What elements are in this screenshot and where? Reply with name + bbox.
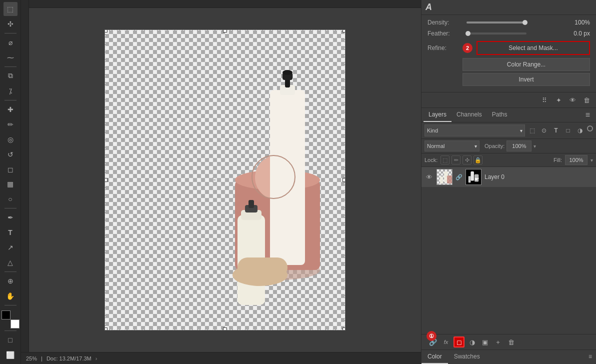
screen-mode[interactable]: □ (4, 333, 18, 347)
lock-pixels-icon[interactable]: ⬚ (440, 156, 450, 164)
select-mask-button[interactable]: Select and Mask... (476, 41, 590, 55)
eye-icon[interactable]: 👁 (567, 94, 578, 106)
cosmetics-svg (105, 30, 345, 330)
lock-icons: ⬚ ✏ ✣ 🔒 (440, 156, 482, 164)
lock-row: Lock: ⬚ ✏ ✣ 🔒 Fill: 100% ▾ (422, 154, 596, 167)
color-swatches-tabs: Color Swatches ≡ (422, 350, 596, 364)
pen-tool[interactable]: ✒ (4, 210, 18, 224)
layers-menu-button[interactable]: ≡ (582, 108, 594, 122)
type-tool[interactable]: T (4, 226, 18, 240)
group-bottom-icon[interactable]: ▣ (480, 336, 490, 348)
density-slider[interactable] (466, 22, 526, 24)
magic-wand-tool[interactable]: ⁓ (4, 50, 18, 64)
tab-color[interactable]: Color (422, 350, 448, 364)
layer-type-icon[interactable]: ⬚ (527, 126, 537, 136)
separator (4, 330, 16, 331)
path-selection-tool[interactable]: ↗ (4, 240, 18, 254)
screen-mode2[interactable]: ⬜ (4, 348, 18, 362)
healing-tool[interactable]: ✚ (4, 102, 18, 116)
right-panel: A Density: 100% Feather: 0.0 px Refine: … (421, 0, 596, 364)
opacity-arrow[interactable]: ▾ (534, 144, 536, 149)
separator (4, 208, 16, 208)
svg-rect-21 (468, 176, 471, 182)
kind-circle (587, 126, 593, 132)
shape-tool[interactable]: △ (4, 256, 18, 270)
tab-layers[interactable]: Layers (424, 108, 452, 122)
text-type-icon[interactable]: T (551, 126, 561, 136)
lock-label: Lock: (424, 157, 438, 163)
brush-tool[interactable]: ✏ (4, 118, 18, 132)
fill-value[interactable]: 100% (565, 155, 588, 165)
canvas-outer: ✛ (21, 0, 421, 352)
separator (4, 66, 16, 67)
lock-position-icon[interactable]: ✏ (452, 156, 460, 164)
layer-visibility-toggle[interactable]: 👁 (424, 172, 434, 182)
fill-arrow[interactable]: ▾ (590, 158, 593, 163)
color-swatches[interactable] (2, 310, 20, 328)
foreground-color[interactable] (2, 310, 10, 320)
adj-type-icon[interactable]: ◑ (575, 126, 585, 136)
blend-mode-select[interactable]: Normal ▾ (424, 140, 480, 152)
marquee-tool[interactable]: ⬚ (4, 2, 18, 16)
invert-button[interactable]: Invert (462, 73, 590, 86)
main-area: ✛ 25% | Doc: 13.2M/17.3M › (21, 0, 421, 364)
feather-thumb[interactable] (466, 31, 470, 36)
clone-tool[interactable]: ◎ (4, 132, 18, 146)
move-tool[interactable]: ✣ (4, 17, 18, 31)
density-row: Density: 100% (428, 19, 590, 26)
gradient-tool[interactable]: ▦ (4, 177, 18, 191)
density-value: 100% (530, 19, 590, 26)
svg-rect-20 (470, 172, 474, 181)
lock-all-icon[interactable]: 🔒 (474, 156, 482, 164)
vector-type-icon[interactable]: □ (563, 126, 573, 136)
color-range-button[interactable]: Color Range... (462, 58, 590, 71)
kind-select[interactable]: Kind ▾ (424, 124, 525, 136)
eraser-tool[interactable]: ◻ (4, 162, 18, 176)
trash-icon[interactable]: 🗑 (581, 94, 592, 106)
svg-rect-12 (248, 200, 254, 208)
fx-bottom-icon[interactable]: fx (440, 336, 452, 348)
zoom-tool[interactable]: ⊕ (4, 274, 18, 288)
kind-label: Kind (427, 128, 438, 134)
lock-move-icon[interactable]: ✣ (462, 156, 472, 164)
tab-channels[interactable]: Channels (452, 108, 487, 122)
background-color[interactable] (10, 320, 20, 328)
kind-row: Kind ▾ ⬚ ⊙ T □ ◑ (422, 122, 596, 139)
hand-tool[interactable]: ✋ (4, 289, 18, 303)
layers-tabs: Layers Channels Paths ≡ (422, 108, 596, 122)
density-fill (466, 22, 526, 24)
layers-spacer (422, 188, 596, 334)
dodge-tool[interactable]: ○ (4, 192, 18, 206)
feather-slider[interactable] (466, 32, 526, 34)
density-thumb[interactable] (522, 20, 528, 25)
svg-rect-18 (447, 176, 452, 184)
layer-item[interactable]: 👁 🔗 ☛ (422, 167, 596, 188)
svg-rect-4 (270, 90, 305, 265)
delete-bottom-icon[interactable]: 🗑 (506, 336, 516, 348)
new-layer-bottom-icon[interactable]: + (492, 336, 504, 348)
lasso-tool[interactable]: ⌀ (4, 36, 18, 50)
feather-label: Feather: (428, 30, 462, 37)
history-tool[interactable]: ↺ (4, 148, 18, 162)
layer-thumb-preview (437, 170, 452, 185)
svg-text:☛: ☛ (474, 176, 480, 182)
status-separator: | (41, 356, 42, 362)
canvas[interactable]: ✛ (105, 30, 345, 330)
tab-paths[interactable]: Paths (487, 108, 512, 122)
mask-bottom-button[interactable]: ◻ (454, 336, 464, 348)
feather-row: Feather: 0.0 px (428, 30, 590, 37)
grid-icon[interactable]: ⠿ (539, 94, 550, 106)
mask-preview: ☛ (466, 169, 481, 185)
layers-panel: Layers Channels Paths ≡ Kind ▾ ⬚ ⊙ T □ ◑… (422, 108, 596, 364)
magic-icon[interactable]: ✦ (553, 94, 564, 106)
color-panel-menu[interactable]: ≡ (584, 350, 596, 364)
opacity-value[interactable]: 100% (506, 140, 532, 152)
tab-swatches[interactable]: Swatches (448, 350, 486, 364)
blend-mode-value: Normal (427, 143, 444, 149)
eyedropper-tool[interactable]: ⁒ (4, 84, 18, 98)
status-arrow[interactable]: › (96, 356, 98, 362)
zoom-level: 25% (26, 356, 37, 362)
crop-tool[interactable]: ⧉ (4, 69, 18, 83)
smart-obj-icon[interactable]: ⊙ (539, 126, 549, 136)
adjustment-bottom-icon[interactable]: ◑ (466, 336, 478, 348)
